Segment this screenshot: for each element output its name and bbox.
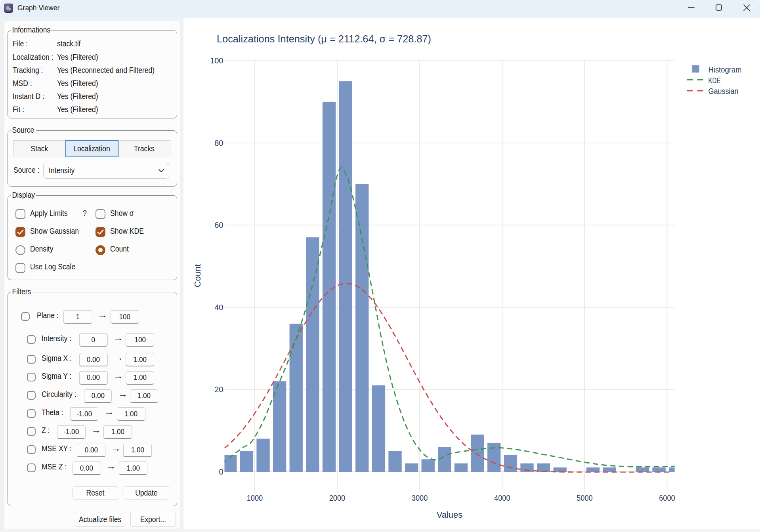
svg-text:Localizations Intensity (μ = 2: Localizations Intensity (μ = 2112.64, σ … (217, 33, 431, 45)
svg-text:2000: 2000 (329, 494, 346, 502)
svg-text:40: 40 (214, 303, 223, 312)
svg-text:4000: 4000 (494, 494, 510, 502)
svg-text:KDE: KDE (708, 76, 721, 85)
svg-text:20: 20 (214, 385, 223, 394)
svg-text:1000: 1000 (247, 494, 263, 502)
svg-text:100: 100 (210, 56, 223, 65)
svg-text:Values: Values (437, 510, 463, 520)
svg-text:3000: 3000 (412, 494, 428, 502)
svg-text:0: 0 (219, 467, 223, 476)
svg-text:5000: 5000 (577, 494, 593, 502)
svg-text:Gaussian: Gaussian (708, 87, 739, 95)
svg-text:80: 80 (214, 139, 223, 147)
svg-text:60: 60 (214, 221, 223, 229)
svg-text:6000: 6000 (659, 494, 675, 502)
svg-text:Histogram: Histogram (708, 65, 742, 74)
svg-text:Count: Count (193, 264, 202, 288)
